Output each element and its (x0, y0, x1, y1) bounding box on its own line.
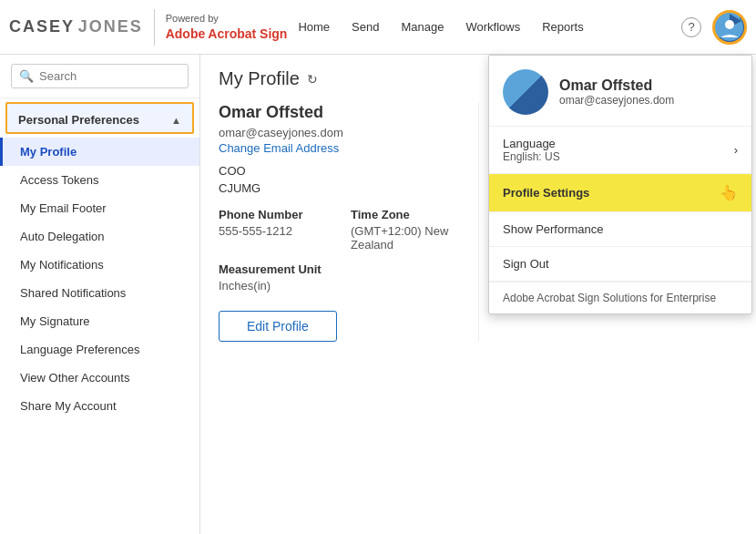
product-name2: Acrobat Sign (208, 26, 287, 41)
page-title: My Profile (219, 68, 300, 89)
sidebar-item-email-footer[interactable]: My Email Footer (0, 194, 199, 222)
phone-field: Phone Number 555-555-1212 (219, 208, 332, 252)
dropdown-avatar (503, 69, 548, 115)
section-label: Personal Preferences (18, 113, 139, 127)
chevron-right-icon: › (734, 143, 738, 157)
dropdown-language-label: Language (503, 137, 560, 150)
user-avatar-button[interactable] (712, 10, 747, 45)
dropdown-language-item[interactable]: Language English: US › (489, 127, 751, 174)
profile-org: CJUMG (219, 181, 465, 195)
nav-home[interactable]: Home (296, 15, 332, 38)
sidebar-item-share-my-account[interactable]: Share My Account (0, 392, 199, 420)
product-name1: Adobe (166, 26, 206, 41)
profile-role: COO (219, 164, 465, 178)
personal-preferences-section: Personal Preferences ▲ My Profile Access… (0, 102, 199, 420)
profile-left-panel: Omar Offsted omar@caseyjones.dom Change … (219, 103, 478, 342)
chevron-up-icon: ▲ (171, 115, 181, 126)
timezone-label: Time Zone (351, 208, 465, 221)
main-nav: Home Send Manage Workflows Reports (296, 15, 585, 38)
sidebar-item-auto-delegation[interactable]: Auto Delegation (0, 222, 199, 251)
sidebar: 🔍 Personal Preferences ▲ My Profile Acce… (0, 55, 200, 534)
sidebar-item-access-tokens[interactable]: Access Tokens (0, 166, 199, 194)
dropdown-sign-out-label: Sign Out (503, 257, 549, 271)
sidebar-item-view-other-accounts[interactable]: View Other Accounts (0, 364, 199, 392)
sidebar-item-my-notifications[interactable]: My Notifications (0, 251, 199, 279)
header-right: ? (681, 10, 747, 45)
measurement-field: Measurement Unit Inches(in) (219, 262, 332, 293)
dropdown-user-info: Omar Offsted omar@caseyjones.dom (559, 77, 674, 107)
sidebar-item-language-prefs[interactable]: Language Preferences (0, 335, 199, 364)
phone-label: Phone Number (219, 208, 332, 221)
powered-by-area: Powered by Adobe Acrobat Sign (166, 12, 288, 41)
sidebar-item-my-signature[interactable]: My Signature (0, 307, 199, 335)
dropdown-user-email: omar@caseyjones.dom (559, 94, 674, 107)
nav-manage[interactable]: Manage (399, 15, 445, 38)
nav-workflows[interactable]: Workflows (464, 15, 522, 38)
measurement-value: Inches(in) (219, 279, 332, 293)
dropdown-profile-settings-item[interactable]: Profile Settings 👆 (489, 174, 751, 212)
dropdown-sign-out-item[interactable]: Sign Out (489, 247, 751, 282)
dropdown-profile-settings-label: Profile Settings (503, 186, 589, 200)
nav-send[interactable]: Send (350, 15, 381, 38)
dropdown-language-sub: English: US (503, 150, 560, 163)
refresh-icon[interactable]: ↻ (307, 72, 318, 87)
brand-name1: CASEY (9, 17, 75, 36)
search-icon: 🔍 (19, 69, 34, 83)
timezone-field: Time Zone (GMT+12:00) New Zealand (351, 208, 465, 252)
brand-logo: CASEY JONES (9, 17, 143, 36)
dropdown-show-performance-item[interactable]: Show Performance (489, 212, 751, 247)
powered-by-text: Powered by (166, 12, 288, 25)
help-button[interactable]: ? (681, 17, 701, 37)
profile-fields: Phone Number 555-555-1212 Time Zone (GMT… (219, 208, 465, 293)
change-email-link[interactable]: Change Email Address (219, 141, 465, 155)
user-dropdown-menu: Omar Offsted omar@caseyjones.dom Languag… (488, 55, 752, 314)
search-input-wrap[interactable]: 🔍 (11, 64, 189, 88)
sidebar-item-my-profile[interactable]: My Profile (0, 138, 199, 166)
personal-preferences-header[interactable]: Personal Preferences ▲ (5, 102, 194, 134)
profile-name: Omar Offsted (219, 103, 465, 122)
svg-point-1 (725, 20, 734, 29)
phone-value: 555-555-1212 (219, 224, 332, 238)
search-input[interactable] (39, 69, 180, 83)
sidebar-item-shared-notifications[interactable]: Shared Notifications (0, 279, 199, 307)
hand-cursor-icon-2: 👆 (720, 184, 738, 201)
dropdown-show-performance-label: Show Performance (503, 222, 604, 236)
nav-reports[interactable]: Reports (540, 15, 586, 38)
edit-profile-button[interactable]: Edit Profile (219, 311, 337, 342)
header: CASEY JONES Powered by Adobe Acrobat Sig… (0, 0, 756, 55)
search-box: 🔍 (0, 55, 199, 98)
dropdown-enterprise-label: Adobe Acrobat Sign Solutions for Enterpr… (489, 282, 751, 313)
timezone-value: (GMT+12:00) New Zealand (351, 224, 465, 252)
dropdown-user-header: Omar Offsted omar@caseyjones.dom (489, 56, 751, 127)
profile-email: omar@caseyjones.dom (219, 126, 465, 139)
measurement-label: Measurement Unit (219, 262, 332, 276)
dropdown-user-name: Omar Offsted (559, 77, 674, 94)
brand-name2: JONES (78, 17, 143, 36)
